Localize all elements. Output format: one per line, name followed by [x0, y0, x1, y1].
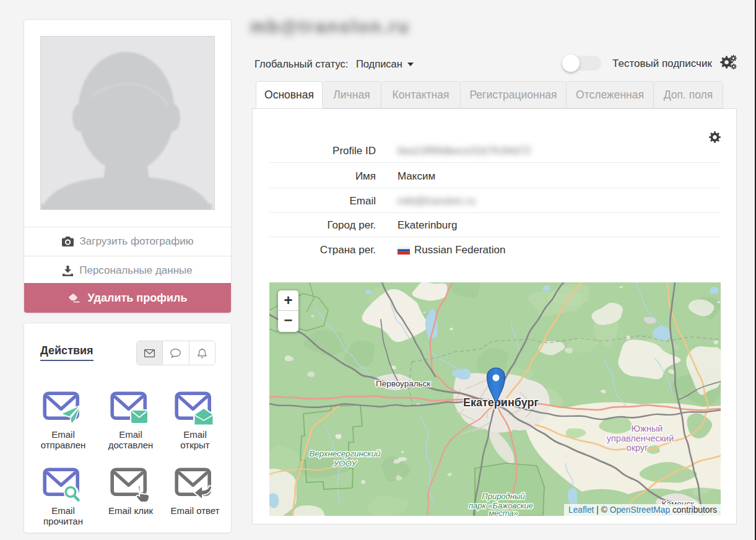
svg-text:Южный: Южный	[632, 424, 663, 433]
svg-text:управленческий: управленческий	[607, 433, 674, 443]
svg-text:округ: округ	[627, 443, 648, 453]
svg-text:места»: места»	[489, 508, 518, 516]
svg-text:Природный: Природный	[482, 492, 524, 501]
svg-text:УООУ: УООУ	[333, 459, 357, 468]
svg-text:Верхнесергинский: Верхнесергинский	[310, 449, 381, 458]
svg-text:Первоуральск: Первоуральск	[376, 379, 430, 388]
